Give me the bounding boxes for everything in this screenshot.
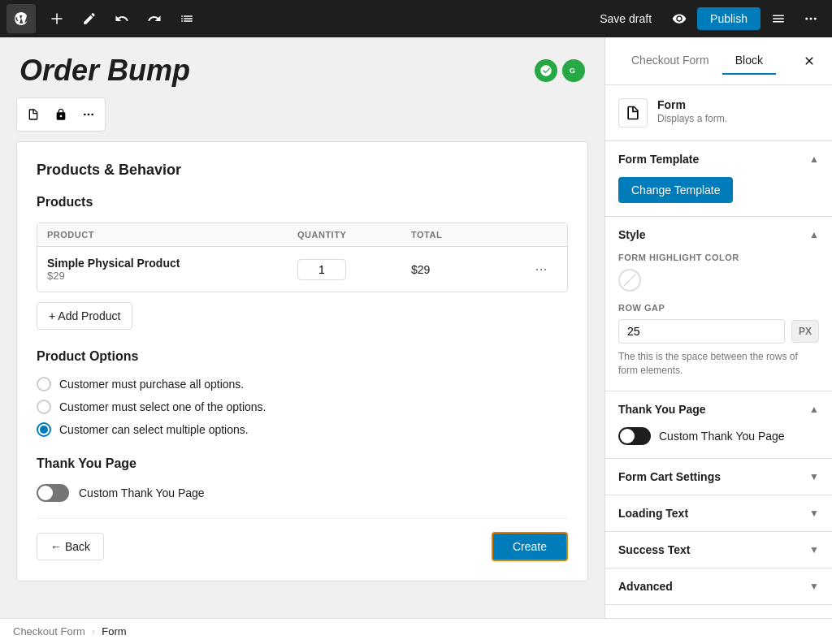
row-gap-unit: PX (791, 320, 819, 343)
row-gap-input[interactable] (618, 319, 785, 344)
create-button[interactable]: Create (492, 532, 568, 561)
svg-point-9 (91, 114, 93, 116)
form-cart-title: Form Cart Settings (618, 470, 721, 483)
radio-label-2: Customer must select one of the options. (59, 400, 266, 413)
products-subsection-title: Products (37, 195, 568, 210)
block-doc-button[interactable] (20, 102, 46, 128)
products-table-header: PRODUCT QUANTITY TOTAL (37, 223, 567, 247)
svg-rect-1 (773, 18, 784, 19)
edit-tool-button[interactable] (75, 4, 104, 33)
success-text-header[interactable]: Success Text ▼ (605, 532, 832, 568)
form-cart-chevron: ▼ (809, 471, 819, 482)
sidebar-thank-you-toggle[interactable] (618, 427, 651, 445)
svg-point-7 (84, 114, 86, 116)
col-total: TOTAL (411, 230, 525, 240)
more-options-button[interactable] (796, 4, 826, 33)
thank-you-header[interactable]: Thank You Page ▲ (605, 391, 832, 427)
product-name: Simple Physical Product (47, 257, 297, 270)
row-gap-label: ROW GAP (618, 303, 819, 313)
sidebar-thank-you-toggle-row: Custom Thank You Page (618, 427, 819, 445)
success-text-title: Success Text (618, 543, 690, 556)
undo-button[interactable] (107, 4, 136, 33)
row-more-button[interactable]: ··· (525, 257, 557, 281)
thank-you-toggle-label: Custom Thank You Page (79, 486, 205, 499)
toggle-knob (38, 486, 53, 500)
col-product: PRODUCT (47, 230, 297, 240)
radio-button-2[interactable] (37, 400, 51, 414)
highlight-color-label: FORM HIGHLIGHT COLOR (618, 253, 819, 262)
breadcrumb-separator: › (92, 625, 95, 638)
svg-rect-0 (773, 15, 784, 17)
add-product-label: + Add Product (49, 309, 120, 322)
form-cart-header[interactable]: Form Cart Settings ▼ (605, 459, 832, 495)
thank-you-toggle-row: Custom Thank You Page (37, 484, 568, 502)
main-card: Products & Behavior Products PRODUCT QUA… (16, 141, 588, 581)
advanced-chevron: ▼ (809, 581, 819, 592)
product-quantity-cell (297, 259, 411, 280)
success-text-chevron: ▼ (809, 544, 819, 555)
radio-button-3[interactable] (37, 422, 51, 437)
form-template-title: Form Template (618, 153, 699, 166)
form-template-chevron: ▲ (809, 153, 819, 165)
block-more-button[interactable] (76, 102, 102, 128)
svg-point-5 (814, 18, 817, 20)
sidebar-header: Checkout Form Block (605, 37, 832, 85)
style-header[interactable]: Style ▲ (605, 217, 832, 253)
svg-point-4 (810, 18, 812, 20)
add-product-button[interactable]: + Add Product (37, 302, 132, 330)
section-form-template: Form Template ▲ Change Template (605, 141, 832, 217)
block-toolbar (16, 97, 106, 132)
svg-text:G: G (570, 67, 575, 75)
product-options-section: Product Options Customer must purchase a… (37, 349, 568, 437)
page-title-bar: Order Bump G (16, 54, 588, 88)
wp-logo (6, 4, 36, 33)
block-lock-button[interactable] (48, 102, 74, 128)
thank-you-toggle[interactable] (37, 484, 69, 502)
section-success-text: Success Text ▼ (605, 532, 832, 568)
tab-checkout-form[interactable]: Checkout Form (618, 47, 722, 75)
change-template-button[interactable]: Change Template (618, 177, 733, 203)
sidebar-close-button[interactable] (800, 51, 819, 71)
product-options-title: Product Options (37, 349, 568, 364)
product-price: $29 (47, 270, 297, 282)
grammarly-icon: G (562, 59, 585, 82)
breadcrumb-item-1[interactable]: Checkout Form (13, 625, 85, 638)
preview-button[interactable] (665, 4, 694, 33)
block-icon (618, 98, 648, 128)
tab-block[interactable]: Block (722, 47, 776, 75)
style-title: Style (618, 228, 645, 241)
form-template-header[interactable]: Form Template ▲ (605, 141, 832, 177)
radio-button-1[interactable] (37, 377, 51, 391)
save-draft-button[interactable]: Save draft (590, 7, 661, 30)
publish-button[interactable]: Publish (697, 7, 760, 30)
product-total: $29 (411, 263, 525, 276)
add-block-button[interactable] (42, 4, 72, 33)
redo-button[interactable] (140, 4, 169, 33)
section-style: Style ▲ FORM HIGHLIGHT COLOR ROW GAP PX … (605, 217, 832, 391)
editor-area: Order Bump G (0, 37, 604, 618)
block-description: Displays a form. (657, 113, 727, 124)
section-thank-you: Thank You Page ▲ Custom Thank You Page (605, 391, 832, 459)
block-info: Form Displays a form. (605, 85, 832, 141)
loading-text-title: Loading Text (618, 507, 688, 520)
breadcrumb-item-2: Form (102, 625, 126, 638)
advanced-header[interactable]: Advanced ▼ (605, 568, 832, 604)
block-info-text: Form Displays a form. (657, 98, 727, 124)
thank-you-section: Thank You Page Custom Thank You Page (37, 456, 568, 502)
list-view-button[interactable] (172, 4, 202, 33)
style-content: FORM HIGHLIGHT COLOR ROW GAP PX The this… (605, 253, 832, 391)
radio-option-1[interactable]: Customer must purchase all options. (37, 377, 568, 391)
color-picker-button[interactable] (618, 269, 641, 292)
loading-text-header[interactable]: Loading Text ▼ (605, 495, 832, 531)
radio-option-3[interactable]: Customer can select multiple options. (37, 422, 568, 437)
block-name: Form (657, 98, 727, 111)
thank-you-chevron: ▲ (809, 404, 819, 415)
right-sidebar: Checkout Form Block Form Displays a form… (604, 37, 832, 618)
settings-button[interactable] (764, 4, 793, 33)
section-title: Products & Behavior (37, 162, 568, 179)
sidebar-tabs: Checkout Form Block (618, 47, 776, 75)
radio-option-2[interactable]: Customer must select one of the options. (37, 400, 568, 414)
back-button[interactable]: ← Back (37, 533, 104, 560)
quantity-input[interactable] (297, 259, 346, 280)
radio-label-1: Customer must purchase all options. (59, 378, 244, 391)
